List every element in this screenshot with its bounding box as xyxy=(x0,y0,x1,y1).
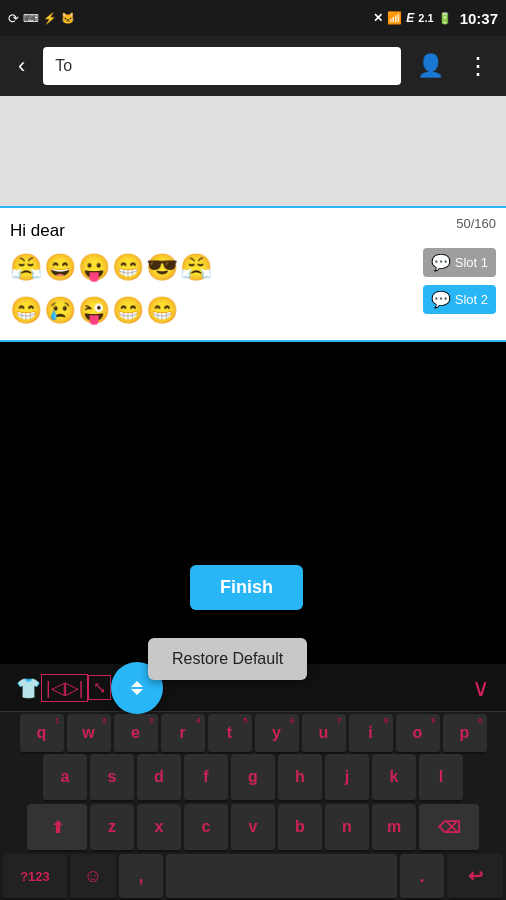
status-bar: ⟳ ⌨ ⚡ 🐱 ✕ 📶 E 2.1 🔋 10:37 xyxy=(0,0,506,36)
key-j[interactable]: j xyxy=(325,754,369,802)
clock: 10:37 xyxy=(460,10,498,27)
key-x[interactable]: x xyxy=(137,804,181,852)
more-options-icon[interactable]: ⋮ xyxy=(460,48,496,84)
key-w[interactable]: 2 w xyxy=(67,714,111,754)
key-h[interactable]: h xyxy=(278,754,322,802)
battery-icon: 🔋 xyxy=(438,12,452,25)
to-input[interactable] xyxy=(43,47,401,85)
slots-panel: 50/160 💬 Slot 1 💬 Slot 2 xyxy=(423,218,496,330)
emoji-sunglasses: 😎 xyxy=(146,248,178,287)
keyboard-area: 👕 |◁▷| ⤡ ∨ 1 q 2 w 3 e 4 r 5 xyxy=(0,664,506,900)
sync-icon: ⟳ xyxy=(8,11,19,26)
keyboard-row-asdf: a s d f g h j k l xyxy=(0,752,506,802)
wifi-icon: 📶 xyxy=(387,11,402,25)
key-v[interactable]: v xyxy=(231,804,275,852)
key-g[interactable]: g xyxy=(231,754,275,802)
message-text: Hi dear xyxy=(10,221,65,240)
key-n[interactable]: n xyxy=(325,804,369,852)
svg-marker-1 xyxy=(131,689,143,695)
key-backspace[interactable]: ⌫ xyxy=(419,804,479,852)
slot1-button[interactable]: 💬 Slot 1 xyxy=(423,248,496,277)
key-m[interactable]: m xyxy=(372,804,416,852)
back-button[interactable]: ‹ xyxy=(10,49,33,83)
compose-area: Hi dear 😤 😄 😛 😁 😎 😤 😁 😢 😜 😁 😁 50/160 💬 S xyxy=(0,206,506,342)
key-i[interactable]: 8 i xyxy=(349,714,393,754)
resize-icon[interactable]: ⤡ xyxy=(88,675,111,700)
key-c[interactable]: c xyxy=(184,804,228,852)
cat-icon: 🐱 xyxy=(61,12,75,25)
svg-marker-0 xyxy=(131,681,143,687)
key-p[interactable]: 0 p xyxy=(443,714,487,754)
key-k[interactable]: k xyxy=(372,754,416,802)
slot1-icon: 💬 xyxy=(431,253,451,272)
emoji-cry: 😢 xyxy=(44,291,76,330)
key-z[interactable]: z xyxy=(90,804,134,852)
contact-icon[interactable]: 👤 xyxy=(411,49,450,83)
char-count: 50/160 xyxy=(456,216,496,231)
key-emoji[interactable]: ☺ xyxy=(70,854,116,900)
shirt-icon[interactable]: 👕 xyxy=(16,676,41,700)
emoji-angry: 😤 xyxy=(10,248,42,287)
key-s[interactable]: s xyxy=(90,754,134,802)
network-e-icon: E xyxy=(406,11,414,25)
key-u[interactable]: 7 u xyxy=(302,714,346,754)
slot2-icon: 💬 xyxy=(431,290,451,309)
restore-label: Restore Default xyxy=(172,650,283,667)
cursor-move-icon[interactable]: |◁▷| xyxy=(41,674,88,702)
usb-icon: ⚡ xyxy=(43,12,57,25)
signal-off-icon: ✕ xyxy=(373,11,383,25)
slot1-label: Slot 1 xyxy=(455,255,488,270)
slot2-button[interactable]: 💬 Slot 2 xyxy=(423,285,496,314)
keyboard-row-bottom: ?123 ☺ , . ↩ xyxy=(0,852,506,900)
key-space[interactable] xyxy=(166,854,397,900)
nav-bar: ‹ 👤 ⋮ xyxy=(0,36,506,96)
key-shift[interactable]: ⬆ xyxy=(27,804,87,852)
emoji-row-1: 😤 😄 😛 😁 😎 😤 xyxy=(10,248,413,287)
status-right-icons: ✕ 📶 E 2.1 🔋 10:37 xyxy=(373,10,498,27)
key-period[interactable]: . xyxy=(400,854,444,900)
finish-popup[interactable]: Finish xyxy=(190,565,303,610)
message-area xyxy=(0,96,506,206)
key-o[interactable]: 9 o xyxy=(396,714,440,754)
emoji-tongue: 😛 xyxy=(78,248,110,287)
key-enter[interactable]: ↩ xyxy=(447,854,503,900)
key-l[interactable]: l xyxy=(419,754,463,802)
chevron-down-icon[interactable]: ∨ xyxy=(472,674,490,702)
signal-bars-icon: 2.1 xyxy=(418,12,433,24)
keyboard-row-numbers: 1 q 2 w 3 e 4 r 5 t 6 y 7 u 8 i xyxy=(0,712,506,752)
restore-default-popup[interactable]: Restore Default xyxy=(148,638,307,680)
key-a[interactable]: a xyxy=(43,754,87,802)
emoji-grin: 😁 xyxy=(112,248,144,287)
key-t[interactable]: 5 t xyxy=(208,714,252,754)
key-f[interactable]: f xyxy=(184,754,228,802)
emoji-smile2: 😁 xyxy=(146,291,178,330)
key-e[interactable]: 3 e xyxy=(114,714,158,754)
emoji-row-2: 😁 😢 😜 😁 😁 xyxy=(10,291,413,330)
slot2-label: Slot 2 xyxy=(455,292,488,307)
key-q[interactable]: 1 q xyxy=(20,714,64,754)
finish-label: Finish xyxy=(220,577,273,597)
key-y[interactable]: 6 y xyxy=(255,714,299,754)
emoji-wink: 😜 xyxy=(78,291,110,330)
emoji-angry2: 😤 xyxy=(180,248,212,287)
emoji-smile1: 😁 xyxy=(112,291,144,330)
keyboard-icon: ⌨ xyxy=(23,12,39,25)
emoji-beam: 😁 xyxy=(10,291,42,330)
compose-text: Hi dear 😤 😄 😛 😁 😎 😤 😁 😢 😜 😁 😁 xyxy=(10,218,413,330)
status-left-icons: ⟳ ⌨ ⚡ 🐱 xyxy=(8,11,75,26)
key-d[interactable]: d xyxy=(137,754,181,802)
compose-content: Hi dear 😤 😄 😛 😁 😎 😤 😁 😢 😜 😁 😁 xyxy=(10,218,413,330)
key-r[interactable]: 4 r xyxy=(161,714,205,754)
key-symbols[interactable]: ?123 xyxy=(3,854,67,900)
key-b[interactable]: b xyxy=(278,804,322,852)
key-comma[interactable]: , xyxy=(119,854,163,900)
emoji-laugh: 😄 xyxy=(44,248,76,287)
keyboard-row-zxcv: ⬆ z x c v b n m ⌫ xyxy=(0,802,506,852)
